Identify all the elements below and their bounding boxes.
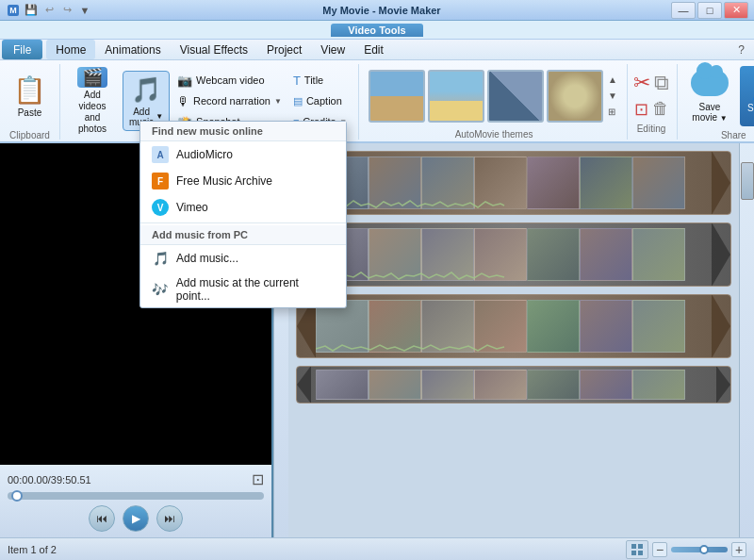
menu-view[interactable]: View bbox=[311, 40, 354, 59]
vimeo-item[interactable]: V Vimeo bbox=[140, 194, 346, 221]
scissors-icon[interactable]: ✂ bbox=[633, 71, 650, 95]
ribbon-share-group: Savemovie ▼ 👤 Sign in Share bbox=[680, 64, 754, 140]
theme-item-4[interactable] bbox=[547, 70, 603, 123]
webcam-icon: 📷 bbox=[177, 74, 192, 88]
main-area: 00:00.00/39:50.51 ⊡ ⏮ ▶ ⏭ bbox=[0, 143, 754, 537]
theme-item-2[interactable] bbox=[428, 70, 484, 123]
split-icon[interactable]: ⧉ bbox=[654, 71, 669, 95]
menu-icon[interactable]: ▼ bbox=[77, 3, 92, 18]
menu-file[interactable]: File bbox=[2, 40, 42, 59]
track-arrow-right-1 bbox=[712, 151, 730, 215]
track-arrow-right-3 bbox=[712, 294, 730, 358]
minimize-button[interactable]: — bbox=[671, 2, 696, 19]
editing-label: Editing bbox=[637, 124, 666, 134]
menu-visual-effects[interactable]: Visual Effects bbox=[171, 40, 257, 59]
svg-rect-5 bbox=[638, 551, 643, 555]
menu-animations[interactable]: Animations bbox=[95, 40, 170, 59]
add-videos-button[interactable]: 🎬 Add videosand photos bbox=[66, 71, 119, 131]
themes-nav: ▲ ▼ ⊞ bbox=[606, 73, 619, 119]
theme-item-3[interactable] bbox=[487, 70, 544, 123]
zoom-in-button[interactable]: + bbox=[731, 542, 746, 557]
title-button[interactable]: T Title bbox=[289, 71, 351, 90]
remove-bg-icon[interactable]: 🗑 bbox=[652, 99, 669, 120]
zoom-slider[interactable] bbox=[671, 547, 728, 552]
rewind-button[interactable]: ⏮ bbox=[89, 505, 115, 532]
timeline-scrollbar[interactable] bbox=[739, 143, 754, 537]
save-movie-button[interactable]: Savemovie ▼ bbox=[683, 66, 736, 126]
undo-icon[interactable]: ↩ bbox=[41, 3, 57, 18]
themes-more[interactable]: ⊞ bbox=[606, 105, 619, 119]
window-controls: — □ ✕ bbox=[671, 2, 748, 19]
paste-button[interactable]: 📋 Paste bbox=[8, 66, 52, 126]
trim-icon[interactable]: ⊡ bbox=[634, 99, 648, 120]
webcam-video-button[interactable]: 📷 Webcam video bbox=[173, 71, 286, 90]
video-track-1[interactable] bbox=[296, 151, 731, 215]
dropdown-section-online: Find new music online bbox=[140, 122, 346, 141]
menu-edit[interactable]: Edit bbox=[354, 40, 393, 59]
menu-home[interactable]: Home bbox=[46, 40, 95, 59]
themes-scroll-up[interactable]: ▲ bbox=[606, 73, 619, 87]
ribbon-clipboard-group: 📋 Paste Clipboard bbox=[4, 64, 60, 140]
film-frame bbox=[474, 370, 527, 400]
track-arrow-left-4 bbox=[297, 366, 311, 404]
audio-wave-2 bbox=[316, 271, 598, 284]
add-music-pc-icon: 🎵 bbox=[152, 250, 169, 267]
zoom-slider-thumb[interactable] bbox=[699, 545, 709, 554]
timeline-panel bbox=[288, 143, 739, 537]
play-button[interactable]: ▶ bbox=[123, 505, 149, 532]
video-tools-bar: Video Tools bbox=[0, 21, 754, 40]
audio-wave-1 bbox=[316, 199, 598, 212]
caption-button[interactable]: ▤ Caption bbox=[289, 91, 351, 110]
video-track-4[interactable] bbox=[296, 366, 731, 404]
storyboard-icon[interactable] bbox=[626, 540, 648, 559]
progress-bar[interactable] bbox=[8, 492, 264, 500]
add-music-dropdown: Find new music online A AudioMicro F Fre… bbox=[139, 121, 347, 308]
film-frame bbox=[316, 370, 369, 400]
svg-rect-4 bbox=[631, 551, 636, 555]
add-music-current-item[interactable]: 🎶 Add music at the current point... bbox=[140, 272, 346, 307]
sign-in-button[interactable]: 👤 Sign in bbox=[740, 66, 754, 126]
help-icon[interactable]: ? bbox=[738, 43, 752, 57]
audiomicro-item[interactable]: A AudioMicro bbox=[140, 141, 346, 168]
caption-icon: ▤ bbox=[293, 95, 303, 107]
close-button[interactable]: ✕ bbox=[724, 2, 748, 19]
themes-content: ▲ ▼ ⊞ bbox=[365, 64, 623, 127]
fma-icon: F bbox=[152, 173, 169, 189]
time-display: 00:00.00/39:50.51 ⊡ bbox=[8, 470, 264, 488]
free-music-archive-item[interactable]: F Free Music Archive bbox=[140, 168, 346, 194]
video-track-3[interactable] bbox=[296, 294, 731, 358]
film-frame bbox=[369, 370, 421, 400]
add-music-pc-item[interactable]: 🎵 Add music... bbox=[140, 245, 346, 272]
vimeo-icon: V bbox=[152, 199, 169, 216]
track-arrow-right-4 bbox=[716, 366, 730, 404]
ribbon: 📋 Paste Clipboard 🎬 Add videosand photos… bbox=[0, 60, 754, 143]
filmstrip-4 bbox=[316, 370, 712, 400]
quick-save-icon[interactable]: 💾 bbox=[24, 3, 39, 18]
theme-item-1[interactable] bbox=[369, 70, 425, 123]
record-dropdown-arrow: ▼ bbox=[274, 97, 282, 106]
menu-project[interactable]: Project bbox=[257, 40, 311, 59]
share-content: Savemovie ▼ 👤 Sign in bbox=[683, 64, 754, 128]
add-music-current-icon: 🎶 bbox=[152, 281, 169, 298]
app-icon: M bbox=[6, 3, 21, 18]
redo-icon[interactable]: ↪ bbox=[59, 3, 74, 18]
video-track-2[interactable] bbox=[296, 222, 731, 287]
audio-wave-3 bbox=[316, 342, 598, 355]
maximize-button[interactable]: □ bbox=[697, 2, 722, 19]
record-icon: 🎙 bbox=[177, 94, 189, 108]
snapshot-preview-button[interactable]: ⊡ bbox=[252, 470, 264, 488]
next-frame-button[interactable]: ⏭ bbox=[156, 505, 183, 532]
scrollbar-thumb[interactable] bbox=[741, 162, 754, 200]
progress-thumb[interactable] bbox=[11, 490, 23, 502]
record-narration-button[interactable]: 🎙 Record narration ▼ bbox=[173, 91, 286, 110]
automovie-label: AutoMovie themes bbox=[455, 129, 533, 140]
film-frame bbox=[527, 370, 580, 400]
zoom-out-button[interactable]: − bbox=[652, 542, 667, 557]
svg-rect-2 bbox=[631, 544, 636, 549]
audiomicro-icon: A bbox=[152, 146, 169, 163]
paste-icon: 📋 bbox=[13, 74, 46, 106]
add-videos-label: Add videosand photos bbox=[72, 90, 113, 135]
film-frame bbox=[580, 370, 632, 400]
item-count: Item 1 of 2 bbox=[8, 544, 57, 555]
themes-scroll-down[interactable]: ▼ bbox=[606, 89, 619, 103]
